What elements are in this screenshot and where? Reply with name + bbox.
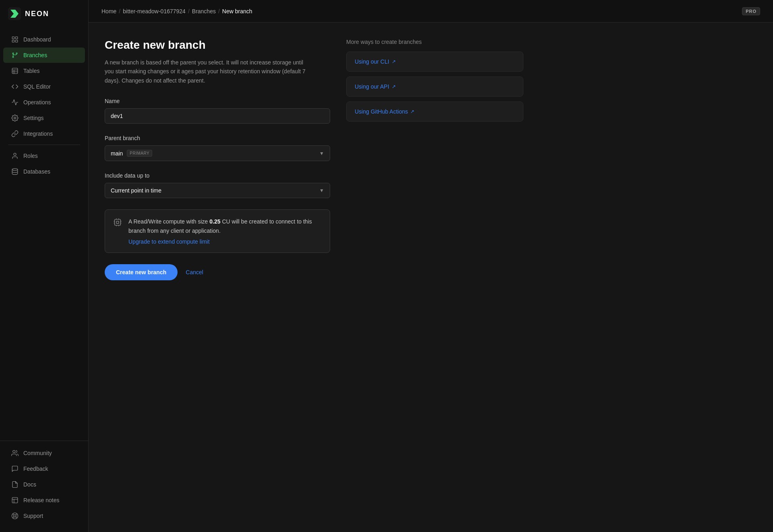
sidebar-item-label: Roles — [23, 153, 38, 159]
sidebar-item-label: Tables — [23, 68, 39, 74]
branches-icon — [11, 52, 19, 59]
parent-branch-label: Parent branch — [105, 135, 330, 141]
parent-branch-select[interactable]: main PRIMARY ▼ — [105, 145, 330, 161]
breadcrumb-sep-2: / — [188, 8, 190, 14]
nav-divider — [8, 145, 80, 145]
svg-rect-4 — [16, 40, 18, 42]
right-panel: More ways to create branches Using our C… — [346, 39, 523, 516]
logo-area: NEON — [0, 0, 88, 27]
sidebar-item-operations[interactable]: Operations — [3, 95, 85, 110]
sidebar-item-community[interactable]: Community — [3, 445, 85, 461]
info-text-size: 0.25 — [209, 218, 220, 225]
svg-line-21 — [13, 514, 14, 515]
sidebar-item-feedback[interactable]: Feedback — [3, 461, 85, 476]
sidebar-item-tables[interactable]: Tables — [3, 63, 85, 79]
breadcrumb: Home / bitter-meadow-01677924 / Branches… — [101, 8, 252, 14]
sidebar-item-docs[interactable]: Docs — [3, 477, 85, 492]
svg-line-24 — [13, 517, 14, 518]
svg-point-14 — [12, 169, 18, 171]
release-notes-icon — [11, 497, 19, 504]
svg-rect-26 — [116, 221, 119, 224]
sidebar-item-label: Databases — [23, 168, 50, 175]
name-label: Name — [105, 98, 330, 104]
compute-info-box: A Read/Write compute with size 0.25 CU w… — [105, 209, 330, 253]
logo-text: NEON — [25, 10, 49, 18]
svg-point-15 — [13, 450, 15, 453]
compute-info-text: A Read/Write compute with size 0.25 CU w… — [128, 217, 322, 235]
sidebar-item-roles[interactable]: Roles — [3, 148, 85, 164]
name-input[interactable] — [105, 108, 330, 124]
name-field-group: Name — [105, 98, 330, 124]
operations-icon — [11, 99, 19, 106]
api-card[interactable]: Using our API ↗ — [346, 77, 523, 97]
chevron-down-icon: ▼ — [319, 188, 324, 193]
parent-branch-group: Parent branch main PRIMARY ▼ — [105, 135, 330, 161]
page-title: Create new branch — [105, 39, 330, 52]
svg-point-13 — [14, 153, 16, 155]
roles-icon — [11, 152, 19, 159]
cli-card[interactable]: Using our CLI ↗ — [346, 52, 523, 72]
sidebar-item-label: Settings — [23, 115, 44, 121]
sidebar-item-label: Dashboard — [23, 36, 51, 43]
include-data-label: Include data up to — [105, 172, 330, 179]
sidebar-item-branches[interactable]: Branches — [3, 48, 85, 63]
svg-point-12 — [14, 117, 16, 119]
sidebar-item-label: SQL Editor — [23, 83, 51, 90]
svg-rect-2 — [16, 37, 18, 39]
upgrade-link[interactable]: Upgrade to extend compute limit — [128, 238, 210, 245]
github-actions-link: Using GitHub Actions ↗ — [355, 108, 515, 115]
cli-link: Using our CLI ↗ — [355, 58, 515, 65]
sidebar-item-support[interactable]: Support — [3, 508, 85, 524]
svg-rect-16 — [12, 497, 18, 503]
api-link-text: Using our API — [355, 83, 389, 90]
support-icon — [11, 512, 19, 520]
sidebar-item-label: Support — [23, 513, 43, 519]
sidebar-item-label: Operations — [23, 99, 51, 106]
breadcrumb-home[interactable]: Home — [101, 8, 116, 14]
sidebar-item-sql-editor[interactable]: SQL Editor — [3, 79, 85, 94]
include-data-select[interactable]: Current point in time ▼ — [105, 183, 330, 198]
form-actions: Create new branch Cancel — [105, 264, 330, 280]
cancel-button[interactable]: Cancel — [186, 264, 203, 280]
sidebar-item-integrations[interactable]: Integrations — [3, 126, 85, 141]
topbar: Home / bitter-meadow-01677924 / Branches… — [89, 0, 773, 23]
include-data-value: Current point in time — [111, 187, 161, 194]
compute-icon — [113, 218, 122, 228]
sql-editor-icon — [11, 83, 19, 90]
info-text-prefix: A Read/Write compute with size — [128, 218, 209, 225]
chevron-down-icon: ▼ — [319, 151, 324, 156]
breadcrumb-project[interactable]: bitter-meadow-01677924 — [123, 8, 186, 14]
external-link-icon: ↗ — [392, 59, 396, 64]
integrations-icon — [11, 130, 19, 137]
more-ways-title: More ways to create branches — [346, 39, 523, 45]
svg-rect-1 — [12, 37, 14, 39]
sidebar-item-dashboard[interactable]: Dashboard — [3, 32, 85, 47]
tables-icon — [11, 67, 19, 75]
svg-rect-3 — [12, 40, 14, 42]
parent-branch-text: main — [111, 150, 123, 157]
svg-rect-8 — [12, 68, 18, 74]
svg-line-22 — [16, 517, 17, 518]
main-content: Home / bitter-meadow-01677924 / Branches… — [89, 0, 773, 532]
sidebar: NEON Dashboard Branches Tables — [0, 0, 89, 532]
neon-logo-icon — [8, 7, 21, 20]
dashboard-icon — [11, 36, 19, 43]
create-branch-button[interactable]: Create new branch — [105, 264, 178, 280]
parent-branch-value: main PRIMARY — [111, 150, 152, 157]
github-actions-card[interactable]: Using GitHub Actions ↗ — [346, 101, 523, 122]
sidebar-item-settings[interactable]: Settings — [3, 110, 85, 126]
api-link: Using our API ↗ — [355, 83, 515, 90]
sidebar-item-label: Branches — [23, 52, 47, 58]
sidebar-item-release-notes[interactable]: Release notes — [3, 493, 85, 508]
compute-info-content: A Read/Write compute with size 0.25 CU w… — [128, 217, 322, 245]
feedback-icon — [11, 465, 19, 472]
page-description: A new branch is based off the parent you… — [105, 58, 306, 85]
sidebar-item-databases[interactable]: Databases — [3, 164, 85, 179]
external-link-icon: ↗ — [392, 84, 396, 89]
sidebar-item-label: Community — [23, 450, 52, 456]
community-icon — [11, 449, 19, 457]
breadcrumb-branches[interactable]: Branches — [192, 8, 216, 14]
include-data-group: Include data up to Current point in time… — [105, 172, 330, 198]
sidebar-nav: Dashboard Branches Tables SQL Editor — [0, 27, 88, 441]
sidebar-item-label: Docs — [23, 481, 36, 488]
